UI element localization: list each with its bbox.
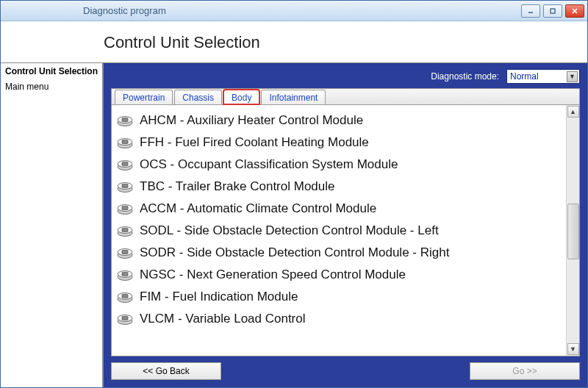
chevron-down-icon: ▼ bbox=[567, 71, 578, 82]
control-module-icon bbox=[116, 180, 134, 193]
module-label: SODL - Side Obstacle Detection Control M… bbox=[140, 223, 439, 238]
diagnostic-mode-row: Diagnostic mode: Normal ▼ bbox=[111, 68, 580, 85]
module-row[interactable]: AHCM - Auxiliary Heater Control Module bbox=[116, 109, 563, 132]
titlebar: Diagnostic program bbox=[1, 1, 587, 21]
control-module-icon bbox=[116, 246, 134, 259]
maximize-button[interactable] bbox=[543, 4, 562, 18]
svg-rect-18 bbox=[122, 206, 128, 210]
module-label: FFH - Fuel Fired Coolant Heating Module bbox=[140, 135, 369, 150]
module-label: NGSC - Next Generation Speed Control Mod… bbox=[140, 267, 406, 282]
svg-rect-33 bbox=[122, 317, 128, 320]
control-module-icon bbox=[116, 136, 134, 149]
svg-rect-12 bbox=[122, 162, 128, 166]
diagnostic-mode-value: Normal bbox=[510, 71, 539, 82]
window-title: Diagnostic program bbox=[80, 5, 521, 16]
main-area: Control Unit Selection Main menu Diagnos… bbox=[1, 62, 587, 387]
module-row[interactable]: TBC - Trailer Brake Control Module bbox=[116, 176, 563, 198]
module-row[interactable]: NGSC - Next Generation Speed Control Mod… bbox=[116, 264, 563, 286]
scroll-down-button[interactable]: ▼ bbox=[567, 343, 579, 355]
control-module-icon bbox=[116, 114, 134, 127]
minimize-button[interactable] bbox=[521, 4, 540, 18]
tab-control: Powertrain Chassis Body Infotainment AHC… bbox=[111, 88, 580, 356]
tab-infotainment[interactable]: Infotainment bbox=[261, 90, 326, 104]
svg-rect-6 bbox=[122, 118, 128, 122]
control-module-icon bbox=[116, 224, 134, 237]
module-label: TBC - Trailer Brake Control Module bbox=[140, 179, 334, 194]
header: Control Unit Selection bbox=[1, 21, 587, 62]
close-button[interactable] bbox=[565, 4, 584, 18]
module-row[interactable]: FFH - Fuel Fired Coolant Heating Module bbox=[116, 132, 563, 154]
svg-rect-27 bbox=[122, 273, 128, 276]
svg-rect-24 bbox=[122, 251, 128, 254]
tab-body[interactable]: Body bbox=[223, 90, 259, 104]
module-row[interactable]: ACCM - Automatic Climate Control Module bbox=[116, 198, 563, 220]
svg-rect-1 bbox=[551, 9, 555, 13]
module-row[interactable]: FIM - Fuel Indication Module bbox=[116, 286, 563, 308]
scroll-track[interactable] bbox=[567, 118, 579, 342]
diagnostic-mode-select[interactable]: Normal ▼ bbox=[506, 69, 580, 84]
sidebar-current: Control Unit Selection bbox=[5, 66, 98, 76]
control-module-icon bbox=[116, 312, 134, 326]
go-button[interactable]: Go >> bbox=[470, 362, 580, 380]
module-row[interactable]: VLCM - Variable Load Control bbox=[116, 308, 563, 330]
scrollbar[interactable]: ▲ ▼ bbox=[566, 105, 579, 356]
module-label: FIM - Fuel Indication Module bbox=[140, 290, 298, 304]
tab-chassis[interactable]: Chassis bbox=[174, 90, 222, 104]
module-row[interactable]: SODR - Side Obstacle Detection Control M… bbox=[116, 242, 563, 264]
svg-rect-9 bbox=[122, 140, 128, 144]
control-module-icon bbox=[116, 268, 134, 281]
tab-strip: Powertrain Chassis Body Infotainment bbox=[112, 89, 579, 105]
tab-content: AHCM - Auxiliary Heater Control Module F… bbox=[112, 105, 579, 356]
tab-powertrain[interactable]: Powertrain bbox=[115, 90, 173, 104]
content: Diagnostic mode: Normal ▼ Powertrain Cha… bbox=[104, 63, 587, 387]
control-module-icon bbox=[116, 158, 134, 171]
module-label: OCS - Occupant Classification System Mod… bbox=[140, 157, 398, 172]
module-label: SODR - Side Obstacle Detection Control M… bbox=[140, 245, 449, 260]
module-row[interactable]: SODL - Side Obstacle Detection Control M… bbox=[116, 220, 563, 242]
go-back-button[interactable]: << Go Back bbox=[111, 362, 221, 380]
scroll-up-button[interactable]: ▲ bbox=[567, 106, 579, 118]
svg-rect-30 bbox=[122, 295, 128, 298]
page-title: Control Unit Selection bbox=[104, 33, 260, 52]
svg-rect-15 bbox=[122, 184, 128, 188]
window-controls bbox=[521, 4, 584, 18]
module-label: AHCM - Auxiliary Heater Control Module bbox=[140, 113, 363, 128]
module-label: VLCM - Variable Load Control bbox=[140, 312, 306, 326]
app-window: Diagnostic program Control Unit Selectio… bbox=[0, 0, 588, 388]
control-module-icon bbox=[116, 290, 134, 303]
diagnostic-mode-label: Diagnostic mode: bbox=[431, 71, 499, 82]
module-label: ACCM - Automatic Climate Control Module bbox=[140, 201, 376, 216]
scroll-thumb[interactable] bbox=[567, 204, 579, 259]
control-module-icon bbox=[116, 202, 134, 215]
module-row[interactable]: OCS - Occupant Classification System Mod… bbox=[116, 154, 563, 176]
footer: << Go Back Go >> bbox=[111, 361, 580, 381]
sidebar: Control Unit Selection Main menu bbox=[1, 63, 104, 387]
module-list: AHCM - Auxiliary Heater Control Module F… bbox=[112, 105, 566, 356]
svg-rect-21 bbox=[122, 229, 128, 232]
titlebar-icon-area bbox=[7, 4, 80, 18]
sidebar-item-main-menu[interactable]: Main menu bbox=[5, 81, 98, 93]
